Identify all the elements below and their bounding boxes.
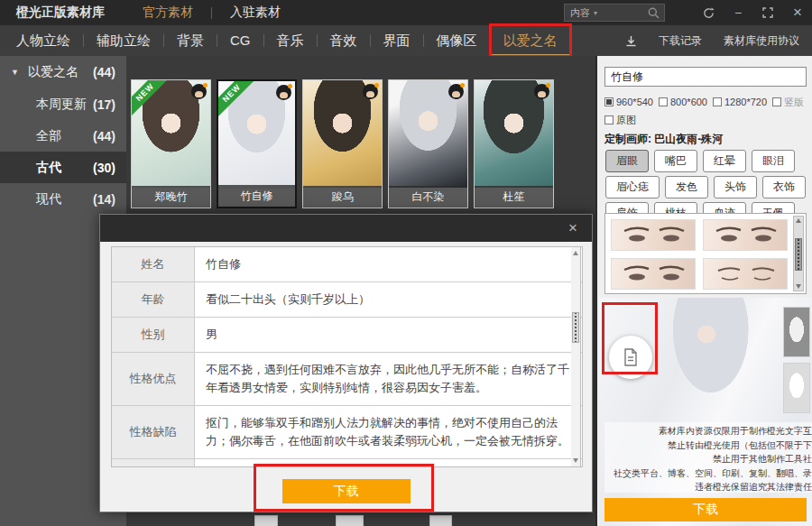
eye-thumbnail-3[interactable] (703, 258, 788, 290)
eye-thumbnail-1[interactable] (703, 219, 788, 251)
watermark-line: 社交类平台、博客、空间、印刷、复制、翻唱、录 (604, 466, 812, 481)
tag-button-0[interactable]: 眉眼 (605, 150, 649, 172)
download-history-link[interactable]: 下载记录 (659, 33, 702, 49)
sidebar-root-item[interactable]: ▼ 以爱之名 (44) (0, 56, 126, 88)
character-card-2[interactable]: 踆乌 (302, 79, 383, 208)
tag-button-5[interactable]: 发色 (665, 176, 708, 198)
sidebar-item-0[interactable]: 本周更新(17) (0, 88, 126, 120)
checkbox-icon[interactable] (659, 97, 668, 106)
eye-thumbnail-2[interactable] (611, 258, 696, 290)
card-name: 杜笙 (475, 186, 553, 208)
checkbox-icon[interactable] (713, 97, 722, 106)
row-label: 姓名 (112, 247, 195, 281)
modal-header: × (100, 215, 592, 242)
sidebar-items: 本周更新(17)全部(44)古代(30)现代(14) (0, 88, 126, 215)
agreement-link[interactable]: 素材库使用协议 (724, 33, 799, 49)
card-name: 竹自修 (218, 185, 295, 207)
size-options-row2: 原图 (604, 112, 641, 128)
card-name: 踆乌 (303, 186, 382, 208)
avatar-badge-icon (363, 84, 378, 99)
tag-button-1[interactable]: 嘴巴 (654, 150, 697, 172)
checkbox-checked-icon[interactable] (604, 97, 614, 106)
maximize-icon[interactable] (761, 5, 775, 20)
scroll-up-icon[interactable] (796, 218, 801, 223)
size-option-2[interactable]: 1280*720 (713, 97, 767, 107)
download-tray-icon[interactable] (625, 35, 637, 47)
sidebar-item-count: (14) (93, 192, 115, 207)
size-option-3[interactable]: 竖版 (772, 96, 804, 109)
scrollbar-handle[interactable] (795, 238, 802, 271)
character-card-4[interactable]: 杜笙 (474, 79, 554, 208)
nav-item-0[interactable]: 人物立绘 (4, 25, 83, 56)
tag-button-2[interactable]: 红晕 (703, 150, 746, 172)
caret-down-icon[interactable]: ▾ (594, 9, 597, 17)
scroll-down-icon[interactable] (796, 284, 801, 289)
scrollbar-handle[interactable] (572, 312, 579, 343)
modal-close-icon[interactable]: × (563, 218, 583, 238)
modal-download-button[interactable]: 下载 (282, 479, 411, 503)
character-card-1[interactable]: NEW竹自修 (217, 79, 297, 208)
search-box[interactable]: 内容 ▾ (564, 4, 665, 22)
scroll-up-icon[interactable] (573, 250, 578, 255)
checkbox-icon[interactable] (604, 115, 614, 125)
row-value: 活了不止千年的竹仙，在仙界资历极深却不愿管事。 (195, 459, 582, 467)
table-row: 身份背景活了不止千年的竹仙，在仙界资历极深却不愿管事。 (112, 459, 582, 467)
tag-button-3[interactable]: 眼泪 (752, 150, 795, 172)
license-watermark: 素材库内资源仅限用于制作橙光文字互禁止转由橙光使用（包括但不限于下禁止用于其他制… (604, 422, 812, 493)
scroll-down-icon[interactable] (573, 458, 578, 464)
tag-button-6[interactable]: 头饰 (714, 176, 757, 198)
sidebar-item-1[interactable]: 全部(44) (0, 120, 126, 152)
nav-items: 人物立绘辅助立绘背景CG音乐音效界面偶像区以爱之名 (0, 25, 570, 56)
nav-item-3[interactable]: CG (217, 25, 263, 56)
size-option-1[interactable]: 800*600 (659, 97, 707, 107)
nav-item-2[interactable]: 背景 (164, 25, 217, 56)
eye-thumbnail-0[interactable] (611, 219, 696, 251)
sidebar-item-2[interactable]: 古代(30) (0, 152, 126, 183)
size-option-0[interactable]: 960*540 (604, 97, 653, 107)
character-detail-modal: × 姓名竹自修年龄看似二十出头（实则千岁以上）性别男性格优点不屈不挠，遇到任何困… (99, 214, 593, 512)
thumbnails-scrollbar[interactable] (793, 216, 804, 291)
pose-thumbnail-2[interactable] (783, 363, 810, 413)
character-info-table: 姓名竹自修年龄看似二十出头（实则千岁以上）性别男性格优点不屈不挠，遇到任何困难不… (111, 246, 583, 467)
nav-item-8[interactable]: 以爱之名 (491, 25, 570, 56)
tag-button-4[interactable]: 眉心痣 (605, 176, 660, 198)
search-category-select[interactable]: 内容 (570, 6, 590, 20)
size-option-label: 800*600 (670, 97, 707, 107)
tag-button-7[interactable]: 衣饰 (762, 176, 806, 198)
refresh-icon[interactable] (701, 5, 715, 20)
search-icon[interactable] (648, 7, 660, 19)
app-title: 橙光正版素材库 (16, 5, 105, 21)
navbar-right: 下载记录 素材库使用协议 (625, 25, 799, 56)
artist-label: 定制画师: 巴山夜雨-殊河 (604, 132, 723, 147)
character-info-button[interactable] (609, 336, 652, 379)
tab-official-material[interactable]: 官方素材 (143, 5, 193, 21)
panel-search-input[interactable] (604, 67, 807, 87)
watermark-line: 禁止转由橙光使用（包括但不限于下 (604, 438, 812, 453)
avatar-badge-icon (534, 84, 549, 99)
sidebar-root-label: 以爱之名 (28, 64, 78, 80)
tab-resident-material[interactable]: 入驻素材 (230, 5, 281, 21)
row-label: 性格优点 (112, 353, 195, 405)
row-value: 不屈不挠，遇到任何困难不言放弃，因此他几乎无所不能；自称活了千年看透男女情爱，实… (195, 353, 582, 405)
panel-download-button[interactable]: 下载 (604, 498, 807, 521)
nav-item-1[interactable]: 辅助立绘 (84, 25, 163, 56)
card-name: 白不染 (389, 186, 467, 208)
table-row: 性格缺陷抠门，能够靠双手和蹭别人法力就解决的事情，绝对不使用自己的法力；偶尔毒舌… (112, 406, 582, 459)
nav-item-4[interactable]: 音乐 (264, 25, 317, 56)
nav-item-6[interactable]: 界面 (371, 25, 423, 56)
size-option-label: 960*540 (616, 97, 653, 107)
triangle-down-icon: ▼ (11, 68, 19, 77)
character-card-0[interactable]: NEW郑晚竹 (131, 79, 211, 208)
minimize-icon[interactable]: − (731, 5, 745, 20)
size-options-row1: 960*540800*6001280*720竖版 (604, 94, 809, 110)
eye-thumbnails (611, 219, 788, 290)
nav-item-7[interactable]: 偶像区 (424, 25, 490, 56)
sidebar-item-3[interactable]: 现代(14) (0, 183, 126, 215)
close-icon[interactable]: × (790, 5, 805, 20)
pose-thumbnail-1[interactable] (783, 307, 810, 357)
checkbox-icon[interactable] (772, 97, 781, 106)
nav-item-5[interactable]: 音效 (318, 25, 370, 56)
modal-table-scrollbar[interactable] (571, 246, 581, 467)
size-option-4[interactable]: 原图 (604, 114, 636, 127)
character-card-3[interactable]: 白不染 (388, 79, 468, 208)
